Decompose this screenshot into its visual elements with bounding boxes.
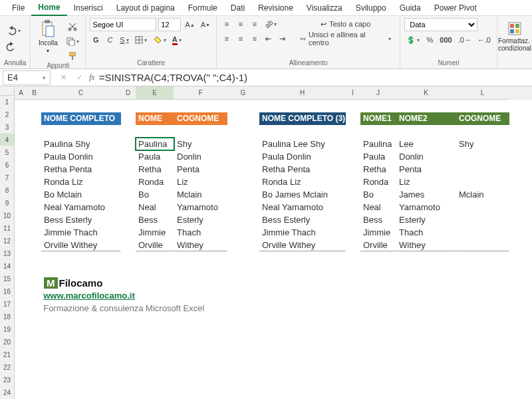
- cell[interactable]: [346, 125, 360, 138]
- cell[interactable]: [227, 251, 259, 264]
- cell[interactable]: [121, 352, 136, 365]
- cell[interactable]: [259, 315, 346, 327]
- row-header-12[interactable]: 12: [0, 235, 15, 247]
- cell[interactable]: [227, 150, 259, 163]
- cell[interactable]: [227, 188, 259, 201]
- cell[interactable]: [15, 378, 28, 390]
- row-header-22[interactable]: 22: [0, 361, 15, 374]
- cell[interactable]: [121, 188, 136, 201]
- cell-nome[interactable]: Bo: [136, 188, 174, 201]
- cell-fullname[interactable]: Orville Withey: [41, 239, 121, 251]
- cell[interactable]: [346, 201, 360, 213]
- cell-fullname[interactable]: Bess Esterly: [41, 213, 121, 226]
- cell[interactable]: [15, 390, 28, 399]
- cell[interactable]: [346, 138, 360, 150]
- cell[interactable]: [346, 365, 360, 378]
- cell[interactable]: [15, 277, 28, 289]
- row-header-24[interactable]: 24: [0, 386, 15, 399]
- cell[interactable]: [121, 365, 136, 378]
- cell[interactable]: [259, 251, 346, 264]
- font-size-select[interactable]: [158, 18, 181, 31]
- tab-layout-di-pagina[interactable]: Layout di pagina: [110, 1, 182, 15]
- copy-button[interactable]: [64, 35, 81, 47]
- cell[interactable]: [121, 378, 136, 390]
- worksheet-grid[interactable]: 123456789101112131415161718192021222324 …: [0, 86, 532, 399]
- cell[interactable]: [360, 125, 396, 138]
- cell-cognome[interactable]: Esterly: [174, 213, 227, 226]
- cell-nome1[interactable]: Neal: [360, 201, 396, 213]
- col-header-L[interactable]: L: [456, 86, 509, 100]
- cell-nome2[interactable]: Thach: [396, 226, 456, 239]
- row-header-1[interactable]: 1: [0, 96, 15, 108]
- cell[interactable]: [28, 176, 41, 188]
- cell[interactable]: [480, 289, 532, 302]
- decrease-indent-button[interactable]: ⇤: [263, 33, 275, 45]
- row-header-20[interactable]: 20: [0, 336, 15, 348]
- cell[interactable]: [456, 125, 509, 138]
- col-header-I[interactable]: I: [346, 86, 360, 100]
- cell[interactable]: [456, 365, 509, 378]
- cell[interactable]: [346, 327, 360, 340]
- cell[interactable]: [227, 213, 259, 226]
- cell[interactable]: [456, 315, 509, 327]
- cell[interactable]: [28, 188, 41, 201]
- cell[interactable]: [121, 340, 136, 352]
- format-painter-button[interactable]: [64, 50, 81, 62]
- cell[interactable]: [15, 150, 28, 163]
- cell[interactable]: [346, 239, 360, 251]
- cell[interactable]: [346, 264, 360, 277]
- header-nome-completo-3[interactable]: NOME COMPLETO (3): [259, 112, 346, 125]
- cell-fullname[interactable]: Paula Donlin: [41, 150, 121, 163]
- cell[interactable]: [259, 100, 346, 112]
- cell[interactable]: [28, 289, 41, 302]
- header-cognome2[interactable]: COGNOME: [456, 112, 509, 125]
- tab-formule[interactable]: Formule: [182, 1, 224, 15]
- cell[interactable]: [174, 352, 227, 365]
- cell-nome2[interactable]: Liz: [396, 176, 456, 188]
- cell-nome1[interactable]: Bess: [360, 213, 396, 226]
- cell[interactable]: [346, 251, 360, 264]
- cell[interactable]: [360, 365, 396, 378]
- formula-input[interactable]: =SINISTRA(C4;TROVA(" ";C4)-1): [95, 72, 247, 83]
- cell[interactable]: [259, 378, 346, 390]
- cell[interactable]: [136, 315, 174, 327]
- cell[interactable]: [207, 289, 259, 302]
- cell[interactable]: [174, 327, 227, 340]
- cell[interactable]: [259, 125, 346, 138]
- cell[interactable]: [360, 100, 396, 112]
- cell[interactable]: [373, 289, 388, 302]
- cell[interactable]: [28, 365, 41, 378]
- cell[interactable]: [456, 352, 509, 365]
- cell[interactable]: [28, 264, 41, 277]
- tab-dati[interactable]: Dati: [224, 1, 251, 15]
- row-header-18[interactable]: 18: [0, 311, 15, 323]
- fx-icon[interactable]: fx: [89, 72, 95, 82]
- cell[interactable]: [174, 264, 227, 277]
- undo-button[interactable]: [4, 25, 23, 37]
- increase-indent-button[interactable]: ⇥: [277, 33, 289, 45]
- row-header-17[interactable]: 17: [0, 298, 15, 311]
- cell[interactable]: [227, 112, 259, 125]
- cell[interactable]: [227, 378, 259, 390]
- cell[interactable]: [396, 277, 456, 289]
- header-cognome[interactable]: COGNOME: [174, 112, 227, 125]
- number-format-select[interactable]: Data: [404, 18, 477, 31]
- cell[interactable]: [227, 201, 259, 213]
- cell[interactable]: [121, 390, 136, 399]
- row-header-9[interactable]: 9: [0, 197, 15, 209]
- cell[interactable]: [456, 327, 509, 340]
- percent-format-button[interactable]: %: [424, 34, 436, 46]
- cell[interactable]: [28, 201, 41, 213]
- name-box[interactable]: E4▾: [3, 70, 51, 85]
- cell[interactable]: [346, 390, 360, 399]
- cell[interactable]: [423, 302, 481, 315]
- col-header-E[interactable]: E: [136, 86, 174, 100]
- cell-fullname3[interactable]: Retha Penta: [259, 163, 346, 176]
- wrap-text-button[interactable]: ↩ Testo a capo: [295, 18, 396, 30]
- cell[interactable]: [456, 340, 509, 352]
- col-header-G[interactable]: G: [227, 86, 259, 100]
- row-header-4[interactable]: 4: [0, 134, 15, 146]
- row-header-2[interactable]: 2: [0, 108, 15, 121]
- cell[interactable]: [41, 327, 121, 340]
- cell[interactable]: [136, 264, 174, 277]
